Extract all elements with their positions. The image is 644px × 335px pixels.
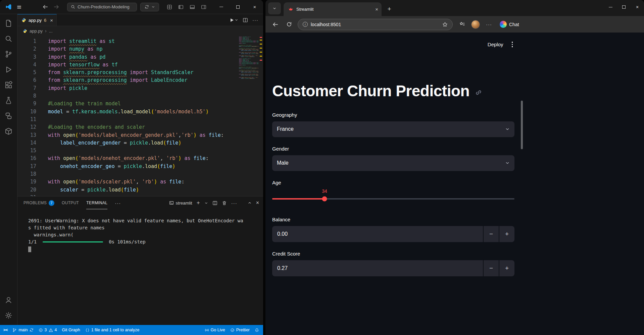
- code-editor[interactable]: 1import streamlit as st2import numpy as …: [17, 36, 263, 196]
- tab-terminal[interactable]: TERMINAL: [86, 197, 107, 209]
- code-line[interactable]: 19with open('models/scaler.pkl', 'rb') a…: [17, 178, 263, 186]
- branch-indicator[interactable]: main: [12, 328, 33, 332]
- anchor-link-icon[interactable]: [475, 89, 482, 96]
- extensions-icon[interactable]: [1, 77, 17, 93]
- python-extension-icon[interactable]: [1, 108, 17, 123]
- code-line[interactable]: 18: [17, 170, 263, 178]
- prettier-status[interactable]: Prettier: [230, 328, 250, 332]
- favorites-hub-icon[interactable]: [456, 18, 468, 31]
- gender-select[interactable]: Male: [272, 155, 514, 171]
- container-cube-icon[interactable]: [1, 123, 17, 139]
- code-line[interactable]: 7import pickle: [17, 85, 263, 92]
- run-debug-icon[interactable]: [1, 62, 17, 77]
- balance-value[interactable]: 0.00: [272, 226, 483, 242]
- close-panel-icon[interactable]: ×: [256, 200, 259, 206]
- close-button[interactable]: ×: [246, 0, 263, 14]
- toggle-sidebar-icon[interactable]: [177, 3, 185, 11]
- add-favorite-star-icon[interactable]: [442, 22, 448, 27]
- code-line[interactable]: 8: [17, 92, 263, 100]
- remote-indicator-icon[interactable]: ><: [3, 328, 7, 332]
- notifications-bell-icon[interactable]: [255, 328, 259, 332]
- run-task-dropdown[interactable]: [140, 3, 159, 11]
- profile-avatar[interactable]: [471, 20, 480, 29]
- code-line[interactable]: 10model = tf.keras.models.load_model('mo…: [17, 108, 263, 116]
- code-line[interactable]: 4import tensorflow as tf: [17, 61, 263, 69]
- site-info-icon[interactable]: i: [303, 22, 308, 27]
- code-line[interactable]: 15: [17, 147, 263, 155]
- account-icon[interactable]: [1, 292, 17, 308]
- browser-back-icon[interactable]: [269, 18, 282, 31]
- increment-button[interactable]: +: [499, 226, 514, 242]
- credit-score-input[interactable]: 0.27 − +: [272, 260, 514, 276]
- code-line[interactable]: 6from sklearn.preprocessing import Label…: [17, 76, 263, 84]
- explorer-icon[interactable]: [1, 15, 17, 31]
- breadcrumb[interactable]: app.py › ...: [17, 26, 263, 36]
- minimize-button[interactable]: [604, 0, 617, 14]
- code-line[interactable]: 11: [17, 116, 263, 123]
- code-line[interactable]: 14 label_encoder_gender = pickle.load(fi…: [17, 139, 263, 147]
- go-live-button[interactable]: Go Live: [205, 328, 225, 332]
- menu-icon[interactable]: ≡: [14, 2, 24, 12]
- browser-refresh-icon[interactable]: [283, 18, 295, 31]
- code-line[interactable]: 3import pandas as pd: [17, 53, 263, 61]
- scrollbar-thumb[interactable]: [521, 101, 523, 149]
- increment-button[interactable]: +: [499, 260, 514, 276]
- search-sidebar-icon[interactable]: [1, 31, 17, 46]
- geography-select[interactable]: France: [272, 121, 514, 137]
- credit-score-value[interactable]: 0.27: [272, 260, 483, 276]
- code-line[interactable]: 5from sklearn.preprocessing import Stand…: [17, 69, 263, 76]
- tab-close-icon[interactable]: ×: [375, 6, 378, 12]
- maximize-panel-icon[interactable]: [248, 201, 252, 205]
- maximize-button[interactable]: [230, 0, 246, 14]
- code-line[interactable]: 9#Loading the train model: [17, 100, 263, 108]
- terminal-dropdown-icon[interactable]: [204, 201, 208, 205]
- toggle-panel-icon[interactable]: [189, 3, 196, 11]
- split-terminal-icon[interactable]: [212, 201, 217, 206]
- close-button[interactable]: ×: [631, 0, 644, 14]
- git-graph-button[interactable]: Git Graph: [62, 328, 80, 332]
- new-tab-button[interactable]: +: [384, 3, 395, 15]
- code-line[interactable]: 12#Loading the encoders and scaler: [17, 123, 263, 131]
- decrement-button[interactable]: −: [483, 260, 499, 276]
- decrement-button[interactable]: −: [483, 226, 499, 242]
- source-control-icon[interactable]: [1, 46, 17, 62]
- maximize-button[interactable]: [617, 0, 631, 14]
- run-python-file-button[interactable]: [231, 18, 238, 22]
- age-slider[interactable]: 34: [272, 188, 514, 203]
- tab-problems[interactable]: PROBLEMS 7: [23, 197, 54, 209]
- history-forward-icon[interactable]: [51, 2, 61, 12]
- code-line[interactable]: 20 scaler = pickle.load(file): [17, 186, 263, 194]
- history-back-icon[interactable]: [40, 2, 50, 12]
- tab-output[interactable]: OUTPUT: [62, 197, 79, 209]
- terminal-output[interactable]: 2691: UserWarning: X does not have valid…: [17, 209, 263, 325]
- more-terminal-actions-icon[interactable]: ···: [231, 201, 237, 206]
- browser-settings-icon[interactable]: ···: [483, 18, 495, 31]
- slider-thumb[interactable]: [322, 196, 327, 201]
- problems-indicator[interactable]: 3 4: [39, 328, 57, 332]
- balance-input[interactable]: 0.00 − +: [272, 226, 514, 242]
- new-terminal-icon[interactable]: +: [197, 200, 200, 206]
- address-bar[interactable]: i localhost:8501: [298, 19, 453, 30]
- tab-actions-menu[interactable]: [268, 2, 281, 14]
- more-actions-icon[interactable]: ···: [252, 17, 258, 22]
- tab-close-icon[interactable]: ×: [50, 17, 53, 23]
- toggle-secondary-sidebar-icon[interactable]: [200, 3, 207, 11]
- kill-terminal-trash-icon[interactable]: [222, 201, 227, 206]
- code-line[interactable]: 2import numpy as np: [17, 45, 263, 53]
- chat-button[interactable]: Chat: [496, 19, 523, 30]
- minimap[interactable]: import streamlit as stimport numpy as np…: [239, 36, 258, 196]
- split-editor-icon[interactable]: [243, 17, 248, 23]
- minimize-button[interactable]: [213, 0, 230, 14]
- tab-app-py[interactable]: app.py 6 ×: [17, 14, 57, 26]
- code-line[interactable]: 16with open('models/onehot_encoder.pkl',…: [17, 155, 263, 162]
- terminal-session-chip[interactable]: streamlit: [169, 201, 192, 206]
- browser-tab-streamlit[interactable]: Streamlit ×: [284, 2, 382, 16]
- settings-gear-icon[interactable]: [1, 308, 17, 323]
- code-lines[interactable]: 1import streamlit as st2import numpy as …: [17, 36, 263, 196]
- more-panel-tabs-icon[interactable]: ···: [115, 201, 121, 206]
- code-line[interactable]: 17 onehot_encoder_geo = pickle.load(file…: [17, 163, 263, 170]
- customize-layout-icon[interactable]: [166, 3, 173, 11]
- analyze-status[interactable]: 1 file and 1 cell to analyze: [85, 328, 140, 332]
- testing-beaker-icon[interactable]: [1, 93, 17, 108]
- code-line[interactable]: 21: [17, 194, 263, 196]
